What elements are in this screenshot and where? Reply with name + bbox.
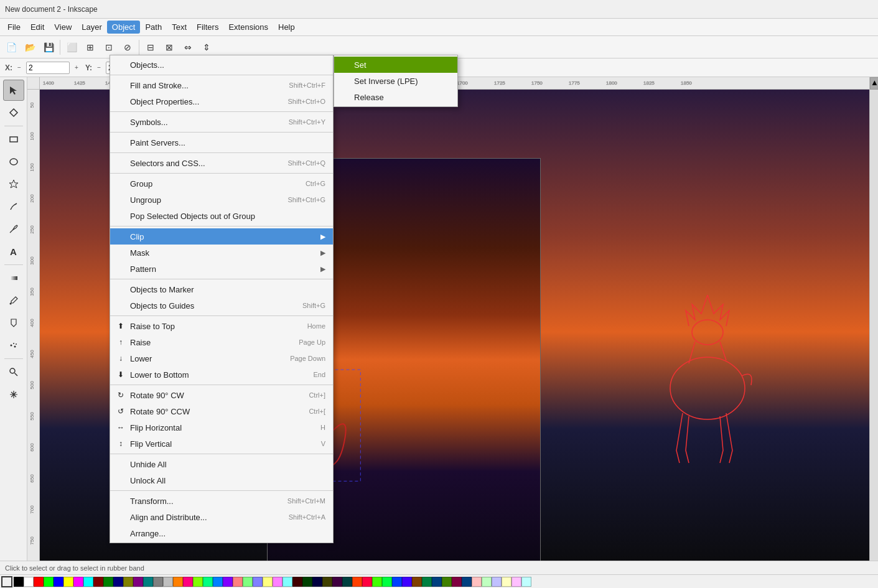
distribute-btn[interactable]: ⊠ [161, 39, 178, 56]
color-swatch[interactable] [412, 577, 422, 587]
color-swatch[interactable] [193, 577, 203, 587]
color-swatch[interactable] [63, 577, 73, 587]
scroll-up-btn[interactable]: ▲ [870, 77, 878, 90]
color-swatch[interactable] [482, 577, 492, 587]
color-swatch[interactable] [332, 577, 342, 587]
new-btn[interactable]: 📄 [2, 39, 20, 56]
menu-transform-item[interactable]: Transform... Shift+Ctrl+M [110, 493, 333, 509]
zoom-btn[interactable]: ⊘ [119, 39, 136, 56]
color-swatch[interactable] [163, 577, 173, 587]
menu-group-item[interactable]: Group Ctrl+G [110, 175, 333, 192]
x-decrease[interactable]: − [14, 63, 24, 73]
color-swatch[interactable] [312, 577, 322, 587]
menu-lower-item[interactable]: ↓ Lower Page Down [110, 350, 333, 366]
align-btn[interactable]: ⊟ [142, 39, 159, 56]
pan-tool[interactable] [3, 384, 24, 405]
color-swatch[interactable] [352, 577, 362, 587]
clip-set-inverse-item[interactable]: Set Inverse (LPE) [334, 73, 457, 89]
color-swatch[interactable] [54, 577, 63, 587]
save-btn[interactable]: 💾 [40, 39, 57, 56]
color-swatch[interactable] [462, 577, 472, 587]
menu-raise-item[interactable]: ↑ Raise Page Up [110, 334, 333, 350]
color-swatch[interactable] [243, 577, 253, 587]
color-swatch[interactable] [302, 577, 312, 587]
menu-extensions[interactable]: Extensions [223, 21, 273, 34]
color-swatch[interactable] [273, 577, 283, 587]
ellipse-tool[interactable] [3, 151, 24, 172]
color-swatch[interactable] [372, 577, 382, 587]
color-swatch[interactable] [283, 577, 292, 587]
transparent-swatch[interactable] [1, 576, 12, 587]
nodes-btn[interactable]: ⊡ [100, 39, 118, 56]
color-swatch[interactable] [133, 577, 143, 587]
color-swatch[interactable] [223, 577, 233, 587]
menu-fill-stroke-item[interactable]: Fill and Stroke... Shift+Ctrl+F [110, 77, 333, 93]
y-decrease[interactable]: − [94, 63, 104, 73]
fill-tool[interactable] [3, 312, 24, 334]
menu-clip-item[interactable]: Clip ▶ [110, 228, 333, 245]
color-swatch[interactable] [143, 577, 153, 587]
menu-obj-props-item[interactable]: Object Properties... Shift+Ctrl+O [110, 93, 333, 110]
select-by-btn[interactable]: ⬜ [63, 39, 80, 56]
spray-tool[interactable] [3, 335, 24, 356]
color-swatch[interactable] [322, 577, 332, 587]
zoom-tool[interactable] [3, 362, 24, 383]
color-swatch[interactable] [511, 577, 521, 587]
menu-object[interactable]: Object [107, 21, 141, 34]
color-swatch[interactable] [442, 577, 452, 587]
node-tool[interactable] [3, 102, 24, 123]
color-swatch[interactable] [392, 577, 402, 587]
menu-objects-to-guides-item[interactable]: Objects to Guides Shift+G [110, 297, 333, 314]
text-tool[interactable]: A [3, 241, 24, 262]
color-swatch[interactable] [173, 577, 183, 587]
menu-objects-item[interactable]: Objects... [110, 57, 333, 73]
color-swatch[interactable] [24, 577, 34, 587]
color-swatch[interactable] [153, 577, 163, 587]
menu-arrange-item[interactable]: Arrange... [110, 525, 333, 541]
color-swatch[interactable] [452, 577, 462, 587]
pen-tool[interactable] [3, 218, 24, 240]
menu-text[interactable]: Text [167, 21, 192, 34]
menu-filters[interactable]: Filters [192, 21, 223, 34]
menu-paint-servers-item[interactable]: Paint Servers... [110, 134, 333, 151]
menu-view[interactable]: View [49, 21, 77, 34]
color-swatch[interactable] [93, 577, 103, 587]
color-swatch[interactable] [113, 577, 123, 587]
color-swatch[interactable] [362, 577, 372, 587]
rect-tool[interactable] [3, 129, 24, 150]
menu-flip-v-item[interactable]: ↕ Flip Vertical V [110, 436, 333, 452]
color-swatch[interactable] [472, 577, 482, 587]
menu-align-item[interactable]: Align and Distribute... Shift+Ctrl+A [110, 509, 333, 525]
menu-mask-item[interactable]: Mask ▶ [110, 245, 333, 261]
color-swatch[interactable] [253, 577, 263, 587]
color-swatch[interactable] [34, 577, 44, 587]
clip-release-item[interactable]: Release [334, 89, 457, 105]
color-swatch[interactable] [292, 577, 302, 587]
scroll-track-v[interactable] [870, 90, 878, 562]
menu-rotate-ccw-item[interactable]: ↺ Rotate 90° CCW Ctrl+[ [110, 403, 333, 419]
color-swatch[interactable] [83, 577, 93, 587]
color-swatch[interactable] [183, 577, 193, 587]
star-tool[interactable] [3, 174, 24, 195]
menu-unhide-all-item[interactable]: Unhide All [110, 456, 333, 472]
color-swatch[interactable] [521, 577, 531, 587]
menu-layer[interactable]: Layer [77, 21, 107, 34]
pencil-tool[interactable] [3, 196, 24, 217]
menu-objects-to-marker-item[interactable]: Objects to Marker [110, 281, 333, 297]
select-tool[interactable] [3, 80, 24, 101]
menu-pop-selected-item[interactable]: Pop Selected Objects out of Group [110, 208, 333, 224]
menu-lower-to-bottom-item[interactable]: ⬇ Lower to Bottom End [110, 366, 333, 383]
color-swatch[interactable] [44, 577, 54, 587]
color-swatch[interactable] [123, 577, 133, 587]
color-swatch[interactable] [492, 577, 502, 587]
color-swatch[interactable] [382, 577, 392, 587]
open-btn[interactable]: 📂 [21, 39, 39, 56]
menu-ungroup-item[interactable]: Ungroup Shift+Ctrl+G [110, 192, 333, 208]
eyedropper-tool[interactable] [3, 290, 24, 311]
color-swatch[interactable] [213, 577, 223, 587]
color-swatch[interactable] [432, 577, 442, 587]
menu-path[interactable]: Path [140, 21, 167, 34]
right-scrollbar[interactable]: ▲ ▼ [869, 77, 878, 574]
color-swatch[interactable] [203, 577, 213, 587]
menu-help[interactable]: Help [273, 21, 300, 34]
